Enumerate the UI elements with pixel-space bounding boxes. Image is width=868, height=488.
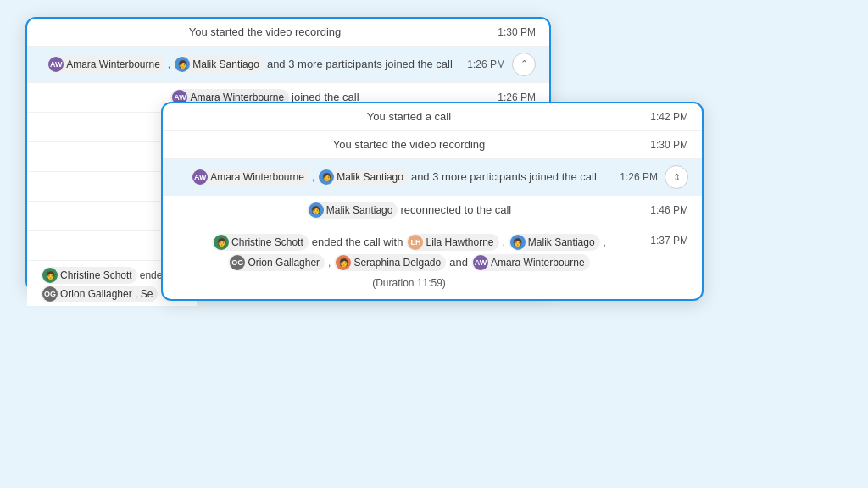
front-ended-action: ended the call with (312, 235, 403, 250)
back-aw-name: Amara Winterbourne (66, 58, 160, 72)
front-ms-reconnect-chip: 🧑 Malik Santiago (307, 202, 398, 219)
front-and-text: and (449, 255, 468, 270)
front-lh-name: Lila Hawthorne (426, 236, 493, 250)
og-partial-avatar: OG (42, 286, 58, 302)
front-ms2-avatar: 🧑 (510, 235, 526, 250)
front-event-ended: 🧑 Christine Schott ended the call with L… (163, 225, 702, 299)
front-aw2-chip: AW Amara Winterbourne (471, 254, 590, 271)
back-multijoin-suffix: and 3 more participants joined the call (267, 57, 453, 72)
front-ms-reconnect-name: Malik Santiago (326, 203, 393, 218)
back-event-recording: You started the video recording 1:30 PM (27, 19, 549, 47)
front-ms-reconnect-time: 1:46 PM (642, 203, 688, 218)
og-partial-chip: OG Orion Gallagher , Se (41, 286, 158, 302)
back-ms-name: Malik Santiago (192, 58, 259, 72)
front-recording-time: 1:30 PM (642, 138, 688, 152)
front-cs-name: Christine Schott (231, 236, 303, 250)
og-partial-name: Orion Gallagher , Se (60, 288, 153, 300)
cs-partial-avatar: 🧑 (42, 268, 58, 283)
front-event-recording: You started the video recording 1:30 PM (163, 131, 702, 159)
front-event-multijoin: AW Amara Winterbourne , 🧑 Malik Santiago… (163, 159, 702, 196)
front-multijoin-time: 1:26 PM (611, 170, 658, 185)
front-aw-avatar: AW (192, 169, 208, 185)
front-ms2-chip: 🧑 Malik Santiago (509, 234, 600, 251)
front-card-content: You started a call 1:42 PM You started t… (163, 103, 702, 299)
front-ms2-name: Malik Santiago (528, 236, 595, 250)
front-event-startcall: You started a call 1:42 PM (163, 103, 702, 131)
front-scroll-btn[interactable]: ⇕ (665, 165, 688, 189)
back-ms-chip: 🧑 Malik Santiago (173, 56, 264, 73)
front-sd-avatar: 🧑 (336, 255, 351, 270)
front-og-avatar: OG (230, 255, 245, 270)
back-scroll-btn[interactable]: ⌃ (512, 53, 536, 76)
front-og-name: Orion Gallagher (248, 256, 320, 270)
front-card: You started a call 1:42 PM You started t… (161, 102, 704, 301)
back-recording-text: You started the video recording (189, 25, 341, 40)
front-sd-name: Seraphina Delgado (353, 256, 441, 270)
front-event-ms-reconnect: 🧑 Malik Santiago reconnected to the call… (163, 196, 702, 225)
front-og-chip: OG Orion Gallagher (228, 254, 325, 271)
front-recording-text: You started the video recording (333, 137, 485, 152)
back-aw-avatar: AW (48, 57, 64, 72)
front-aw-name: Amara Winterbourne (210, 170, 304, 185)
front-lh-avatar: LH (408, 235, 423, 250)
front-lh-chip: LH Lila Hawthorne (406, 234, 498, 251)
front-aw2-avatar: AW (473, 255, 488, 270)
back-event-multijoin: AW Amara Winterbourne , 🧑 Malik Santiago… (27, 47, 549, 83)
front-startcall-text: You started a call (367, 109, 451, 125)
front-duration: (Duration 11:59) (176, 276, 642, 291)
cs-partial-chip: 🧑 Christine Schott (41, 267, 137, 284)
front-ms-chip: 🧑 Malik Santiago (317, 169, 409, 186)
front-ms-reconnect-avatar: 🧑 (309, 202, 324, 218)
front-cs-avatar: 🧑 (214, 235, 229, 250)
front-cs-chip: 🧑 Christine Schott (212, 234, 309, 251)
cs-partial-name: Christine Schott (60, 269, 132, 281)
front-ms-name: Malik Santiago (337, 170, 403, 185)
back-recording-time: 1:30 PM (489, 25, 536, 40)
front-ms-reconnect-action: reconnected to the call (400, 202, 511, 218)
back-aw-chip: AW Amara Winterbourne (47, 56, 165, 73)
front-startcall-time: 1:42 PM (642, 110, 688, 125)
back-multijoin-time: 1:26 PM (459, 58, 505, 72)
back-ms-avatar: 🧑 (175, 57, 190, 72)
front-multijoin-suffix: and 3 more participants joined the call (411, 169, 597, 185)
front-sd-chip: 🧑 Seraphina Delgado (334, 254, 446, 271)
front-aw2-name: Amara Winterbourne (491, 256, 585, 270)
front-ended-time: 1:37 PM (642, 234, 688, 248)
front-aw-chip: AW Amara Winterbourne (191, 169, 309, 186)
front-ms-avatar: 🧑 (319, 169, 334, 185)
